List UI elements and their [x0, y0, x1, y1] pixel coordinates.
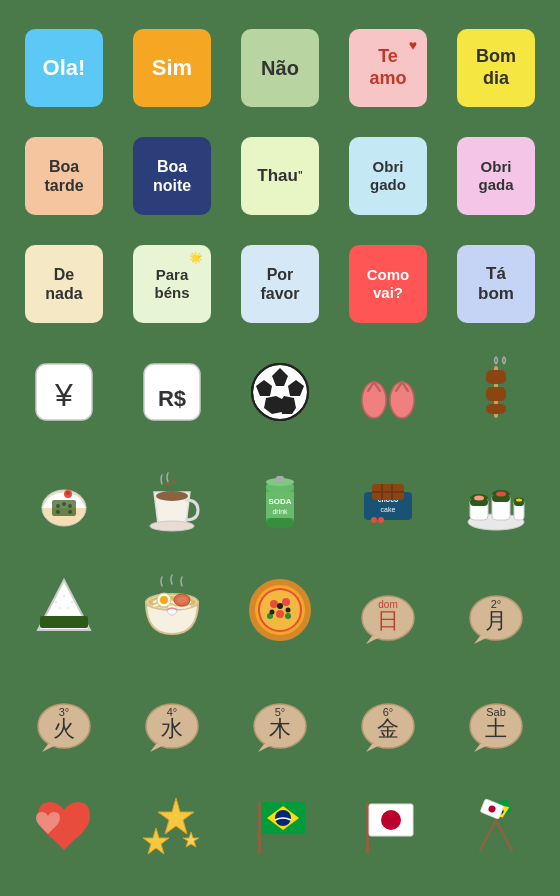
sticker-parabens[interactable]: Parabéns🌟	[122, 234, 222, 334]
thau-label: Thau"	[241, 137, 319, 215]
svg-point-26	[56, 510, 60, 514]
ola-label: Ola!	[25, 29, 103, 107]
svg-rect-19	[486, 387, 506, 401]
sticker-rice-snack[interactable]	[14, 450, 114, 550]
porfavor-label: Porfavor	[241, 245, 319, 323]
svg-point-50	[378, 517, 384, 523]
svg-text:水: 水	[161, 716, 183, 741]
yakitori-icon	[451, 347, 541, 437]
sticker-chocolate[interactable]: choco cake	[338, 450, 438, 550]
pizza-icon	[235, 563, 325, 653]
sticker-saturday[interactable]: Sab 土	[446, 666, 546, 766]
sticker-ramen[interactable]	[122, 558, 222, 658]
sticker-japan-flag[interactable]	[338, 774, 438, 874]
sticker-soda-can[interactable]: SODA drink	[230, 450, 330, 550]
sticker-monday[interactable]: 2° 月	[446, 558, 546, 658]
svg-point-87	[286, 608, 291, 613]
sticker-thursday[interactable]: 5° 木	[230, 666, 330, 766]
sticker-sandals[interactable]	[338, 342, 438, 442]
sticker-wednesday[interactable]: 4° 水	[122, 666, 222, 766]
sticker-bomdia[interactable]: Bomdia	[446, 18, 546, 118]
comovai-label: Comovai?	[349, 245, 427, 323]
svg-point-55	[474, 496, 484, 501]
svg-rect-20	[486, 404, 506, 414]
coffee-icon	[127, 455, 217, 545]
svg-rect-64	[40, 616, 88, 628]
sticker-tuesday[interactable]: 3° 火	[14, 666, 114, 766]
svg-point-32	[166, 482, 170, 486]
sticker-real[interactable]: R$	[122, 342, 222, 442]
sticker-yen[interactable]: ¥	[14, 342, 114, 442]
sticker-sim[interactable]: Sim	[122, 18, 222, 118]
hearts-icon	[19, 779, 109, 869]
sticker-nao[interactable]: Não	[230, 18, 330, 118]
saturday-icon: Sab 土	[451, 671, 541, 761]
svg-point-25	[68, 504, 72, 508]
svg-marker-9	[280, 396, 296, 414]
chocolate-icon: choco cake	[343, 455, 433, 545]
sticker-onigiri[interactable]	[14, 558, 114, 658]
svg-text:金: 金	[377, 716, 399, 741]
svg-text:cake: cake	[381, 506, 396, 513]
svg-text:日: 日	[377, 608, 399, 633]
svg-rect-18	[486, 370, 506, 384]
svg-point-76	[167, 605, 177, 615]
sunday-icon: dom 日	[343, 563, 433, 653]
sticker-stars[interactable]	[122, 774, 222, 874]
obrigada-label: Obrigada	[457, 137, 535, 215]
sticker-boanoite[interactable]: Boanoite	[122, 126, 222, 226]
thursday-icon: 5° 木	[235, 671, 325, 761]
svg-point-33	[172, 480, 176, 484]
svg-point-11	[362, 382, 386, 418]
soccer-ball-icon	[235, 347, 325, 437]
sticker-soccer[interactable]	[230, 342, 330, 442]
svg-text:土: 土	[485, 716, 507, 741]
onigiri-icon	[19, 563, 109, 653]
wednesday-icon: 4° 水	[127, 671, 217, 761]
svg-point-83	[276, 610, 284, 618]
svg-point-82	[282, 598, 290, 606]
teamo-label: Teamo♥	[349, 29, 427, 107]
sticker-porfavor[interactable]: Porfavor	[230, 234, 330, 334]
bomdia-label: Bomdia	[457, 29, 535, 107]
svg-point-31	[150, 521, 194, 531]
sticker-boatarde[interactable]: Boatarde	[14, 126, 114, 226]
svg-point-69	[67, 607, 70, 610]
sticker-friday[interactable]: 6° 金	[338, 666, 438, 766]
svg-point-120	[381, 810, 401, 830]
ramen-icon	[127, 563, 217, 653]
sticker-crossed-flags[interactable]	[446, 774, 546, 874]
rice-snack-icon	[19, 455, 109, 545]
svg-rect-36	[266, 518, 294, 528]
sticker-coffee[interactable]	[122, 450, 222, 550]
sticker-sushi[interactable]	[446, 450, 546, 550]
sticker-teamo[interactable]: Teamo♥	[338, 18, 438, 118]
sticker-thau[interactable]: Thau"	[230, 126, 330, 226]
svg-point-68	[59, 607, 62, 610]
real-icon: R$	[127, 347, 217, 437]
sticker-denada[interactable]: Denada	[14, 234, 114, 334]
svg-point-66	[63, 595, 66, 598]
sticker-ola[interactable]: Ola!	[14, 18, 114, 118]
sticker-tabom[interactable]: Tábom	[446, 234, 546, 334]
sticker-obrigado[interactable]: Obrigado	[338, 126, 438, 226]
sticker-pizza[interactable]	[230, 558, 330, 658]
sticker-grid: Ola! Sim Não Teamo♥ Bomdia Boatarde Boan…	[6, 10, 554, 882]
sim-label: Sim	[133, 29, 211, 107]
sticker-hearts[interactable]	[14, 774, 114, 874]
svg-rect-113	[258, 802, 261, 854]
friday-icon: 6° 金	[343, 671, 433, 761]
sticker-brazil-flag[interactable]	[230, 774, 330, 874]
svg-point-86	[277, 603, 283, 609]
svg-text:月: 月	[485, 608, 507, 633]
sticker-obrigada[interactable]: Obrigada	[446, 126, 546, 226]
sticker-sunday[interactable]: dom 日	[338, 558, 438, 658]
sticker-comovai[interactable]: Comovai?	[338, 234, 438, 334]
nao-label: Não	[241, 29, 319, 107]
svg-point-63	[516, 499, 522, 502]
sticker-yakitori[interactable]	[446, 342, 546, 442]
svg-point-29	[66, 491, 70, 495]
svg-marker-110	[158, 798, 194, 834]
svg-point-73	[160, 596, 168, 604]
svg-marker-112	[183, 832, 199, 847]
